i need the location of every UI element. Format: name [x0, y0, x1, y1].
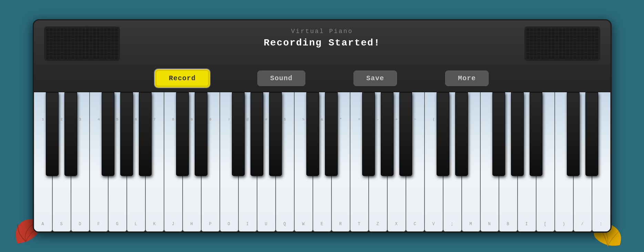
white-key-bottom-label-1: S [60, 222, 63, 227]
white-key-bottom-label-16: R [339, 222, 342, 227]
white-key-top-label-15: & [321, 117, 323, 122]
white-key-bottom-label-14: W [302, 222, 305, 227]
white-key-top-label-14: % [302, 117, 305, 122]
white-key-top-label-6: 7 [153, 117, 156, 122]
white-key-bottom-label-19: X [395, 222, 398, 227]
piano-container: Virtual Piano Recording Started! Record … [33, 19, 612, 233]
white-key-bottom-label-6: K [153, 222, 156, 227]
more-button[interactable]: More [445, 71, 489, 86]
white-key-bottom-label-27: [ [544, 222, 546, 227]
white-key-bottom-label-7: J [172, 222, 174, 227]
white-key-bottom-label-2: D [79, 222, 81, 227]
white-key-bottom-label-21: V [432, 222, 435, 227]
white-key-top-label-10: ! [228, 117, 230, 122]
toolbar: Record Sound Save More [34, 65, 611, 92]
white-key-bottom-label-18: Z [376, 222, 379, 227]
white-key-bottom-label-25: B [507, 222, 509, 227]
black-key-9[interactable] [269, 92, 282, 176]
white-key-bottom-label-22: ; [451, 222, 453, 227]
white-key-bottom-label-28: ) [562, 222, 565, 227]
black-key-4[interactable] [139, 92, 152, 176]
black-key-17[interactable] [492, 92, 505, 176]
white-key-top-label-12: # [265, 117, 267, 122]
white-key-top-label-8: 9 [191, 117, 193, 122]
black-key-16[interactable] [455, 92, 468, 176]
white-key-top-label-18: - [377, 117, 379, 122]
black-key-10[interactable] [306, 92, 319, 176]
save-button[interactable]: Save [354, 71, 397, 86]
white-key-top-label-9: 0 [209, 117, 212, 122]
black-key-11[interactable] [325, 92, 338, 176]
black-key-12[interactable] [362, 92, 375, 176]
white-key-top-label-20: ~ [414, 117, 416, 122]
white-key-top-label-16: * [339, 117, 342, 122]
recording-status: Recording Started! [264, 38, 380, 48]
right-speaker [524, 27, 600, 61]
white-key-bottom-label-0: A [41, 222, 44, 227]
white-key-top-label-5: 6 [135, 117, 137, 122]
sound-button[interactable]: Sound [257, 71, 305, 86]
white-key-bottom-label-8: H [190, 222, 193, 227]
black-key-6[interactable] [195, 92, 207, 176]
white-key-top-label-11: @ [246, 117, 249, 122]
app-title: Virtual Piano [291, 28, 353, 35]
black-key-15[interactable] [437, 92, 449, 176]
white-key-top-label-0: 1 [42, 117, 44, 122]
black-key-5[interactable] [176, 92, 189, 176]
black-key-3[interactable] [120, 92, 133, 176]
white-key-bottom-label-24: N [488, 222, 491, 227]
white-key-top-label-21: ( [432, 117, 435, 122]
white-key-bottom-label-9: P [209, 222, 212, 227]
white-key-top-label-17: = [358, 117, 360, 122]
white-key-bottom-label-12: U [265, 222, 267, 227]
black-key-14[interactable] [399, 92, 412, 176]
black-key-13[interactable] [381, 92, 393, 176]
white-key-top-label-7: 8 [172, 117, 174, 122]
white-key-top-label-3: 4 [98, 117, 100, 122]
black-key-7[interactable] [232, 92, 245, 176]
white-key-bottom-label-13: Q [283, 222, 286, 227]
black-key-19[interactable] [530, 92, 542, 176]
left-speaker [44, 27, 120, 61]
white-key-top-label-4: 5 [116, 117, 119, 122]
piano-keys-area: 1A2S3D4F5G6L7K8J9H0P!O@I#U$Q%W&E*R=T-Z+X… [34, 92, 611, 232]
white-key-bottom-label-3: F [97, 222, 100, 227]
white-key-top-label-2: 3 [79, 117, 81, 122]
black-key-20[interactable] [567, 92, 580, 176]
white-key-bottom-label-26: I [525, 222, 528, 227]
piano-wrap: 1A2S3D4F5G6L7K8J9H0P!O@I#U$Q%W&E*R=T-Z+X… [34, 92, 611, 232]
header: Virtual Piano Recording Started! [34, 20, 611, 65]
white-key-bottom-label-11: I [246, 222, 249, 227]
white-key-bottom-label-5: L [134, 222, 137, 227]
black-key-1[interactable] [64, 92, 77, 176]
white-key-bottom-label-30: : [600, 222, 602, 227]
white-key-top-label-1: 2 [60, 117, 63, 122]
white-key-bottom-label-4: G [116, 222, 119, 227]
black-key-18[interactable] [511, 92, 524, 176]
black-key-0[interactable] [46, 92, 59, 176]
white-key-top-label-19: + [395, 117, 398, 122]
record-button[interactable]: Record [155, 70, 209, 87]
white-key-bottom-label-20: C [413, 222, 416, 227]
black-key-21[interactable] [585, 92, 598, 176]
black-key-2[interactable] [102, 92, 114, 176]
white-key-bottom-label-23: M [469, 222, 472, 227]
white-key-bottom-label-10: O [227, 222, 230, 227]
white-key-bottom-label-29: / [581, 222, 584, 227]
white-key-bottom-label-17: T [358, 222, 360, 227]
black-key-8[interactable] [251, 92, 263, 176]
white-key-top-label-13: $ [284, 117, 286, 122]
white-key-bottom-label-15: E [320, 222, 323, 227]
